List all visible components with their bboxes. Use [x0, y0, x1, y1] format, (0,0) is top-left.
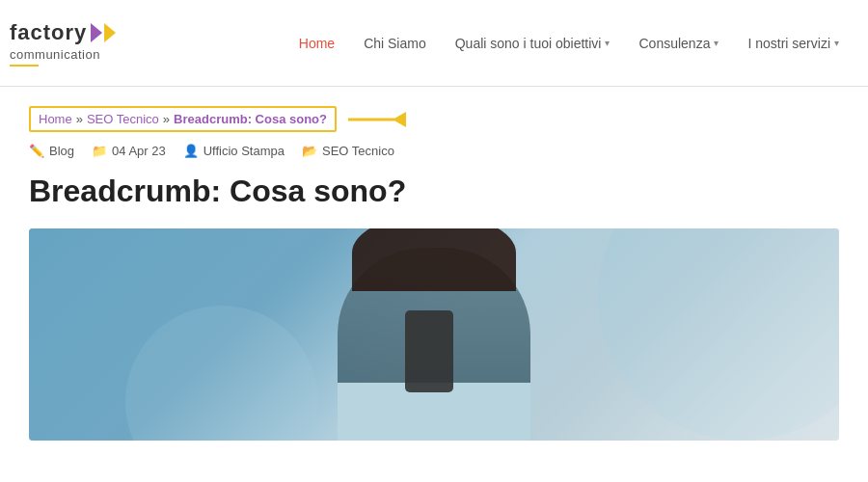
meta-author-label: Ufficio Stampa [203, 144, 285, 158]
hero-image [29, 228, 839, 441]
logo-text-communication: communication [10, 47, 116, 62]
logo-text-factory: factory [10, 20, 87, 45]
meta-category: 📂 SEO Tecnico [302, 144, 394, 158]
nav-item-consulenza[interactable]: Consulenza ▾ [638, 36, 719, 51]
breadcrumb-section: Home » SEO Tecnico » Breadcrumb: Cosa so… [29, 106, 839, 132]
logo-underline [10, 65, 39, 67]
logo-arrows [91, 23, 116, 42]
phone-prop [405, 310, 453, 392]
pencil-icon: ✏️ [29, 144, 44, 158]
arrow-yellow-icon [104, 23, 116, 42]
meta-date: 📁 04 Apr 23 [92, 144, 166, 158]
site-header: factory communication Home Chi Siamo Qua… [0, 0, 868, 87]
user-icon: 👤 [183, 144, 199, 158]
nav-item-home[interactable]: Home [299, 36, 335, 51]
meta-category-label: SEO Tecnico [322, 144, 394, 158]
main-nav: Home Chi Siamo Quali sono i tuoi obietti… [299, 36, 839, 51]
meta-date-label: 04 Apr 23 [112, 144, 166, 158]
chevron-down-icon: ▾ [834, 38, 839, 48]
chevron-down-icon: ▾ [605, 38, 610, 48]
breadcrumb-sep-2: » [163, 112, 170, 126]
breadcrumb-box: Home » SEO Tecnico » Breadcrumb: Cosa so… [29, 106, 337, 132]
folder-icon: 📂 [302, 144, 317, 158]
nav-item-obiettivi[interactable]: Quali sono i tuoi obiettivi ▾ [455, 36, 610, 51]
nav-item-servizi[interactable]: I nostri servizi ▾ [747, 36, 839, 51]
nav-item-chi-siamo[interactable]: Chi Siamo [364, 36, 426, 51]
breadcrumb-sep-1: » [76, 112, 83, 126]
person-hair [352, 228, 516, 291]
calendar-icon: 📁 [92, 144, 107, 158]
meta-author: 👤 Ufficio Stampa [183, 144, 285, 158]
page-title: Breadcrumb: Cosa sono? [29, 174, 839, 209]
meta-info: ✏️ Blog 📁 04 Apr 23 👤 Ufficio Stampa 📂 S… [29, 144, 839, 158]
chevron-down-icon: ▾ [714, 38, 719, 48]
breadcrumb-home-link[interactable]: Home [39, 112, 72, 126]
breadcrumb-section-link[interactable]: SEO Tecnico [87, 112, 159, 126]
arrow-purple-icon [91, 23, 102, 42]
main-content: Home » SEO Tecnico » Breadcrumb: Cosa so… [0, 87, 868, 460]
logo[interactable]: factory communication [10, 20, 116, 67]
breadcrumb-current: Breadcrumb: Cosa sono? [174, 112, 327, 126]
meta-blog: ✏️ Blog [29, 144, 74, 158]
meta-blog-label: Blog [49, 144, 74, 158]
yellow-arrow-icon [348, 110, 406, 129]
annotation-arrow [348, 110, 406, 129]
